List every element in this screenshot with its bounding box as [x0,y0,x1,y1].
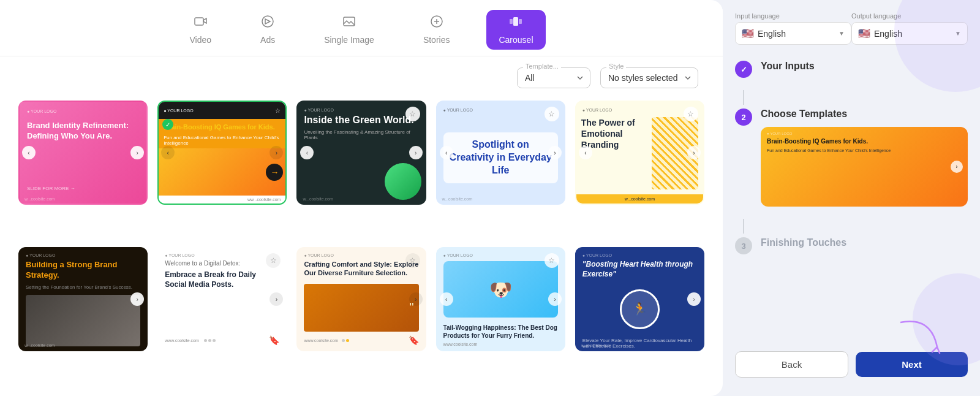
card5-nav-right[interactable]: › [687,146,701,159]
card10-url: w...coolsite.com [581,343,611,348]
template-card-1[interactable]: ● YOUR LOGO Brand Identity Refinement: D… [18,101,148,205]
card10-title: "Boosting Heart Health through Exercise" [576,257,703,281]
tab-video-label: Video [189,35,211,45]
tab-ads[interactable]: Ads [248,10,287,50]
card7-nav-right[interactable]: › [270,292,283,306]
tab-single-image[interactable]: Single Image [312,10,386,50]
card9-url: www.coolsite.com [437,342,564,350]
input-lang-name: English [758,29,835,39]
card5-url: w...coolsite.com [576,194,703,204]
template-card-8[interactable]: ● YOUR LOGO Crafting Comfort and Style: … [296,247,426,351]
card10-nav-right[interactable]: › [687,292,701,306]
template-card-10[interactable]: ● YOUR LOGO "Boosting Heart Health throu… [575,247,704,351]
carousel-icon [509,15,522,31]
card5-nav-left[interactable]: ‹ [579,146,592,159]
tab-ads-label: Ads [260,35,275,45]
template-filter-label: Template... [523,63,561,70]
template-card-7[interactable]: ● YOUR LOGO Welcome to a Digital Detox: … [157,247,287,351]
template-card-9[interactable]: ● YOUR LOGO 🐶 Tail-Wogging Happiness: Th… [436,247,565,351]
output-lang-select[interactable]: 🇺🇸 English ▼ [851,22,968,45]
card6-url: w...coolsite.com [24,343,55,348]
style-filter-group: Style No styles selected [600,67,698,88]
card1-nav-left[interactable]: ‹ [22,146,36,159]
tab-bar: Video Ads Single Image Stories Carousel [0,0,723,56]
tab-stories[interactable]: Stories [411,10,462,50]
card6-logo: ● YOUR LOGO [20,248,146,257]
tab-carousel[interactable]: Carousel [486,10,545,50]
main-content: Video Ads Single Image Stories Carousel [0,0,723,396]
back-button[interactable]: Back [735,351,848,378]
card1-title: Brand Identity Refinement: Defining Who … [27,121,139,142]
btn-row: Back Next [723,339,980,384]
svg-point-1 [262,16,273,27]
card4-title: Spotlight on Creativity in Everyday Life [443,132,558,183]
card2-nav-right[interactable]: › [270,146,283,159]
card1-url: w...coolsite.com [24,197,55,201]
preview-sub: Fun and Educational Games to Enhance You… [761,147,968,154]
card1-nav-right[interactable]: › [130,146,144,159]
card4-favorite[interactable]: ☆ [545,107,559,121]
svg-rect-2 [344,17,355,26]
sidebar: Input language 🇺🇸 English ▼ Output langu… [723,0,980,396]
card3-sub: Unveiling the Fascinating & Amazing Stru… [298,128,424,142]
card3-url: w...coolsite.com [303,197,333,201]
template-card-4[interactable]: ● YOUR LOGO Spotlight on Creativity in E… [436,101,565,205]
card9-title: Tail-Wogging Happiness: The Best Dog Pro… [437,321,564,342]
step-3-circle: 3 [735,237,752,254]
card9-dog-emoji: 🐶 [489,279,512,300]
card6-img [26,295,140,346]
card9-nav-right[interactable]: › [548,292,562,306]
style-filter-select[interactable]: No styles selected [600,67,698,88]
card9-nav-left[interactable]: ‹ [440,292,453,306]
step-1-circle: ✓ [735,61,752,78]
output-lang-chevron: ▼ [955,30,961,37]
input-lang-group: Input language 🇺🇸 English ▼ [735,12,851,45]
card4-url: w...coolsite.com [442,197,472,201]
card8-bookmark: 🔖 [409,335,419,345]
card5-favorite[interactable]: ☆ [684,107,698,121]
card9-favorite[interactable]: ☆ [545,253,559,268]
step-3-label: Finishing Touches [761,236,846,248]
card6-nav-right[interactable]: › [130,292,144,306]
steps-container: ✓ Your Inputs 2 Choose Templates ● YOUR … [723,59,980,339]
svg-rect-8 [519,19,522,24]
tab-single-image-label: Single Image [324,35,374,45]
tab-video[interactable]: Video [177,10,224,50]
preview-logo: ● YOUR LOGO [761,127,968,135]
input-lang-select[interactable]: 🇺🇸 English ▼ [735,22,851,45]
template-card-6[interactable]: ● YOUR LOGO Building a Strong Brand Stra… [18,247,148,351]
template-card-5[interactable]: ● YOUR LOGO The Power of Emotional Brand… [575,101,704,205]
card2-logo: ● YOUR LOGO [164,109,193,113]
card2-title: Brain-Boosting IQ Games for Kids. [159,119,285,135]
card3-nav-left[interactable]: ‹ [300,146,314,159]
card6-title: Building a Strong Brand Strategy. [20,257,146,283]
card2-url: ww...coolsite.com [159,196,285,204]
step-connector-2 [743,219,744,234]
card8-nav-right[interactable]: › [409,292,423,306]
tab-carousel-label: Carousel [499,35,533,45]
card7-bookmark: 🔖 [269,335,279,345]
step-2-label: Choose Templates [761,107,968,120]
preview-nav-right[interactable]: › [951,161,963,173]
card3-img [385,163,421,200]
template-filter-select[interactable]: All [517,67,590,88]
card3-favorite[interactable]: ☆ [405,107,420,121]
next-button[interactable]: Next [856,352,968,377]
card5-title: The Power of Emotional Branding [581,117,652,151]
input-lang-chevron: ▼ [839,30,845,37]
template-card-3[interactable]: ● YOUR LOGO Inside the Green World. Unve… [296,101,426,205]
card3-nav-right[interactable]: › [409,146,423,159]
preview-title: Brain-Boosting IQ Games for Kids. [761,135,968,147]
card2-nav-left[interactable]: ‹ [161,146,175,159]
tab-stories-label: Stories [423,35,450,45]
card4-nav-left[interactable]: ‹ [440,146,453,159]
step-3: 3 Finishing Touches [735,236,968,254]
template-card-2[interactable]: ● YOUR LOGO ☆ Brain-Boosting IQ Games fo… [157,101,287,205]
card4-nav-right[interactable]: › [548,146,562,159]
ads-icon [261,15,274,31]
card10-circle-img: 🏃 [620,289,660,329]
step-2-circle: 2 [735,109,752,126]
language-selectors: Input language 🇺🇸 English ▼ Output langu… [723,12,980,45]
card8-favorite[interactable]: ☆ [405,253,420,268]
input-lang-label: Input language [735,12,851,20]
